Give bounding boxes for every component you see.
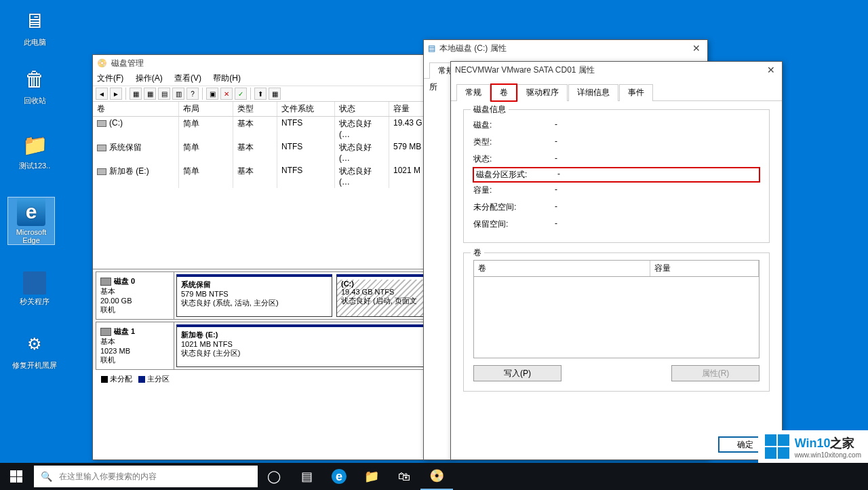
tab-content: 磁盘信息 磁盘:- 类型:- 状态:- 磁盘分区形式:- 容量:- 未分配空间:… <box>451 101 782 409</box>
kv-disk: 磁盘:- <box>473 117 760 134</box>
properties-button[interactable]: 属性(R) <box>671 365 760 381</box>
close-icon[interactable]: ✕ <box>764 64 778 75</box>
tab-volume[interactable]: 卷 <box>491 84 517 101</box>
disk-label: 磁盘 1 基本 1023 MB 联机 <box>96 322 174 369</box>
toolbar-btn[interactable]: ▦ <box>130 88 142 100</box>
partition[interactable]: 新加卷 (E:) 1021 MB NTFS 状态良好 (主分区) <box>176 324 446 367</box>
taskbar-explorer[interactable]: 📁 <box>355 463 388 490</box>
app-icon: ⚙ <box>20 330 49 358</box>
window-titlebar[interactable]: ▤ 本地磁盘 (C:) 属性 ✕ <box>424 40 707 56</box>
task-view-button[interactable]: ◯ <box>258 463 290 490</box>
window-title: NECVMWar VMware SATA CD01 属性 <box>455 64 764 76</box>
toolbar-btn[interactable]: ⬆ <box>254 88 267 100</box>
toolbar-back[interactable]: ◄ <box>96 88 108 100</box>
app-icon <box>23 271 46 295</box>
partition[interactable]: 系统保留 579 MB NTFS 状态良好 (系统, 活动, 主分区) <box>176 274 332 317</box>
table-row[interactable]: (C:) 简单 基本 NTFS 状态良好 (… 19.43 G <box>93 117 451 140</box>
group-label: 磁盘信息 <box>471 104 509 115</box>
disk-icon <box>100 278 111 286</box>
desktop-icon-this-pc[interactable]: 🖥 此电脑 <box>11 7 58 48</box>
menu-view[interactable]: 查看(V) <box>174 73 201 83</box>
volumes-group: 卷 卷 容量 写入(P) 属性(R) <box>463 252 770 392</box>
app-icon: 📀 <box>97 58 107 68</box>
windows-logo-icon <box>10 470 22 483</box>
taskbar: 🔍 在这里输入你要搜索的内容 ◯ ▤ e 📁 🛍 📀 <box>0 463 868 490</box>
group-label: 卷 <box>471 247 484 259</box>
window-titlebar[interactable]: 📀 磁盘管理 <box>93 55 451 71</box>
col-capacity[interactable]: 容量 <box>650 261 759 276</box>
menu-help[interactable]: 帮助(H) <box>213 73 241 83</box>
taskbar-store[interactable]: 🛍 <box>388 463 420 490</box>
desktop-icon-app2[interactable]: ⚙ 修复开机黑屏 <box>11 330 58 371</box>
menu-file[interactable]: 文件(F) <box>97 73 123 83</box>
edge-icon: e <box>17 197 45 226</box>
tab-general[interactable]: 常规 <box>456 84 490 101</box>
window-title: 本地磁盘 (C:) 属性 <box>439 43 690 54</box>
device-properties-dialog: NECVMWar VMware SATA CD01 属性 ✕ 常规 卷 驱动程序… <box>450 61 783 460</box>
toolbar-btn[interactable]: ▤ <box>158 88 170 100</box>
toolbar-btn[interactable]: ▦ <box>144 88 156 100</box>
col-type[interactable]: 类型 <box>233 102 277 116</box>
windows-logo-icon <box>765 434 789 459</box>
col-status[interactable]: 状态 <box>335 102 389 116</box>
legend: 未分配 主分区 <box>93 372 451 386</box>
disk-label: 磁盘 0 基本 20.00 GB 联机 <box>96 272 174 319</box>
volume-icon <box>97 120 106 127</box>
pc-icon: 🖥 <box>20 7 49 35</box>
window-title: 磁盘管理 <box>111 58 447 69</box>
disk-graphical-view: 磁盘 0 基本 20.00 GB 联机 系统保留 579 MB NTFS 状态良… <box>93 271 451 370</box>
disk-info-group: 磁盘信息 磁盘:- 类型:- 状态:- 磁盘分区形式:- 容量:- 未分配空间:… <box>463 109 770 243</box>
kv-type: 类型:- <box>473 134 760 151</box>
taskbar-app[interactable]: ▤ <box>290 463 323 490</box>
col-volume[interactable]: 卷 <box>474 261 650 276</box>
search-icon: 🔍 <box>34 471 59 482</box>
volume-list-header: 卷 布局 类型 文件系统 状态 容量 <box>93 102 451 117</box>
table-row[interactable]: 新加卷 (E:) 简单 基本 NTFS 状态良好 (… 1021 M <box>93 164 451 188</box>
tab-details[interactable]: 详细信息 <box>568 84 618 101</box>
write-button[interactable]: 写入(P) <box>473 365 561 381</box>
recycle-bin-icon: 🗑 <box>20 65 49 94</box>
tab-events[interactable]: 事件 <box>619 84 653 101</box>
toolbar-btn[interactable]: ? <box>186 88 199 100</box>
desktop-icon-app1[interactable]: 秒关程序 <box>11 271 58 307</box>
kv-reserved: 保留空间:- <box>473 216 760 233</box>
tab-bar: 常规 卷 驱动程序 详细信息 事件 <box>451 78 782 101</box>
volume-icon <box>97 145 106 151</box>
toolbar-btn[interactable]: ✓ <box>235 88 247 100</box>
col-volume[interactable]: 卷 <box>93 102 179 116</box>
toolbar: ◄ ► ▦ ▦ ▤ ▥ ? ▣ ✕ ✓ ⬆ ▦ <box>93 86 451 102</box>
disk-row[interactable]: 磁盘 0 基本 20.00 GB 联机 系统保留 579 MB NTFS 状态良… <box>96 271 448 320</box>
toolbar-btn[interactable]: ▥ <box>172 88 184 100</box>
desktop-icon-edge[interactable]: e Microsoft Edge <box>7 197 55 245</box>
volume-list[interactable]: (C:) 简单 基本 NTFS 状态良好 (… 19.43 G 系统保留 简单 … <box>93 117 451 269</box>
toolbar-fwd[interactable]: ► <box>110 88 122 100</box>
volume-list-header: 卷 容量 <box>473 260 760 277</box>
toolbar-delete[interactable]: ✕ <box>220 88 233 100</box>
taskbar-diskmgmt[interactable]: 📀 <box>420 463 453 490</box>
disk-management-window: 📀 磁盘管理 文件(F) 操作(A) 查看(V) 帮助(H) ◄ ► ▦ ▦ ▤… <box>92 54 452 460</box>
folder-icon: 📁 <box>20 130 49 159</box>
menu-bar: 文件(F) 操作(A) 查看(V) 帮助(H) <box>93 71 451 86</box>
tab-driver[interactable]: 驱动程序 <box>517 84 568 101</box>
desktop-icon-folder[interactable]: 📁 测试123.. <box>11 130 58 171</box>
kv-capacity: 容量:- <box>473 182 760 199</box>
close-icon[interactable]: ✕ <box>690 43 703 54</box>
taskbar-edge[interactable]: e <box>323 463 355 490</box>
search-input[interactable]: 🔍 在这里输入你要搜索的内容 <box>34 466 258 487</box>
window-titlebar[interactable]: NECVMWar VMware SATA CD01 属性 ✕ <box>451 62 782 78</box>
menu-action[interactable]: 操作(A) <box>136 73 163 83</box>
desktop-icon-recycle-bin[interactable]: 🗑 回收站 <box>11 65 58 106</box>
col-fs[interactable]: 文件系统 <box>277 102 335 116</box>
col-layout[interactable]: 布局 <box>179 102 233 116</box>
toolbar-btn[interactable]: ▣ <box>206 88 218 100</box>
drive-icon: ▤ <box>428 43 435 53</box>
kv-partition-style: 磁盘分区形式:- <box>473 168 760 182</box>
toolbar-btn[interactable]: ▦ <box>269 88 281 100</box>
watermark: Win10之家 www.win10xitong.com <box>758 430 868 463</box>
start-button[interactable] <box>0 463 33 490</box>
volume-list[interactable] <box>473 277 760 358</box>
table-row[interactable]: 系统保留 简单 基本 NTFS 状态良好 (… 579 MB <box>93 140 451 164</box>
volume-icon <box>97 168 106 175</box>
disk-icon <box>100 328 111 336</box>
disk-row[interactable]: 磁盘 1 基本 1023 MB 联机 新加卷 (E:) 1021 MB NTFS… <box>96 322 448 370</box>
